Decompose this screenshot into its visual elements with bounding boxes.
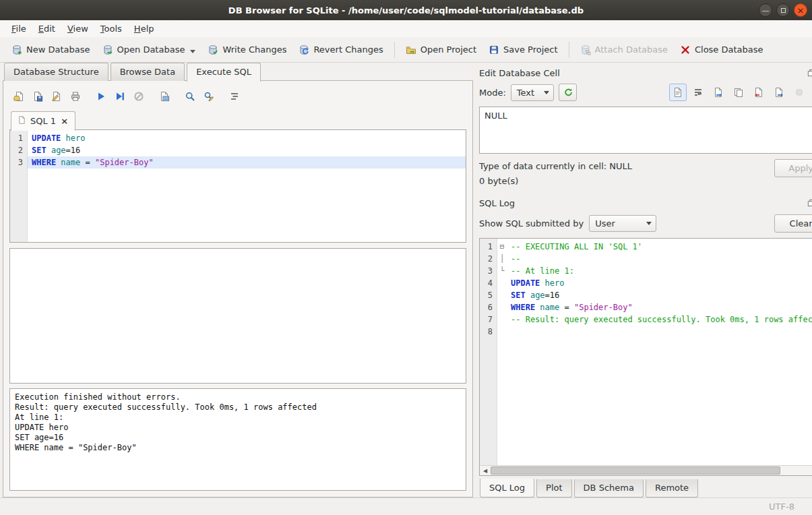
bottom-tab-plot[interactable]: Plot: [536, 479, 572, 497]
float-panel-icon[interactable]: [807, 199, 812, 208]
log-line-numbers: 12345678: [480, 239, 497, 465]
cell-type-text: Type of data currently in cell: NULL: [479, 159, 774, 174]
new-database-button[interactable]: New Database: [5, 40, 96, 59]
open-project-button[interactable]: Open Project: [400, 40, 482, 59]
scroll-left-icon[interactable]: ◀: [480, 466, 491, 475]
save-project-icon: [489, 44, 499, 55]
menu-edit[interactable]: Edit: [32, 22, 61, 36]
chevron-down-icon: [544, 91, 549, 94]
main-tab-bar: Database Structure Browse Data Execute S…: [3, 63, 473, 81]
auto-detect-mode-button[interactable]: [559, 84, 577, 101]
tab-database-structure[interactable]: Database Structure: [4, 63, 108, 81]
attach-database-icon: [580, 44, 591, 55]
edit-cell-dock-title: Edit Database Cell ×: [479, 65, 812, 80]
open-project-icon: [406, 44, 416, 55]
minimize-button[interactable]: —: [759, 3, 772, 17]
open-in-editor-icon[interactable]: [710, 84, 727, 101]
sql-document-tab-bar: SQL 1 ×: [9, 111, 466, 130]
execute-all-icon[interactable]: [92, 87, 111, 106]
mode-select[interactable]: Text: [511, 84, 554, 101]
log-horizontal-scrollbar[interactable]: ◀ ▶: [480, 465, 812, 475]
stop-icon: [129, 87, 148, 106]
cell-size-text: 0 byte(s): [479, 174, 774, 189]
bottom-tab-db-schema[interactable]: DB Schema: [574, 479, 644, 497]
encoding-indicator: UTF-8: [769, 502, 794, 512]
menu-file[interactable]: File: [5, 22, 32, 36]
menubar: File Edit View Tools Help: [0, 20, 812, 37]
menu-view[interactable]: View: [61, 22, 94, 36]
set-null-icon: [790, 84, 808, 101]
apply-button: Apply: [774, 159, 812, 177]
menu-help[interactable]: Help: [128, 22, 160, 36]
open-database-icon: [102, 44, 113, 55]
main-toolbar: New Database Open Database Write Changes…: [0, 37, 812, 63]
revert-changes-button[interactable]: Revert Changes: [292, 40, 389, 59]
execution-message-log[interactable]: Execution finished without errors. Resul…: [9, 388, 466, 491]
sql-log-title: SQL Log: [479, 198, 807, 208]
write-changes-icon: [208, 44, 218, 55]
toolbar-separator: [569, 42, 569, 58]
open-database-button[interactable]: Open Database: [96, 40, 202, 59]
find-icon[interactable]: [181, 87, 199, 106]
float-panel-icon[interactable]: [807, 69, 812, 78]
save-sql-file-icon[interactable]: [28, 87, 47, 106]
copy-cell-icon[interactable]: [730, 84, 747, 101]
editor-code[interactable]: UPDATE heroSET age=16WHERE name = "Spide…: [28, 130, 466, 242]
mode-select-value: Text: [517, 88, 544, 98]
right-dock: Edit Database Cell × Mode: Text: [474, 63, 812, 497]
bottom-tab-bar: SQL Log Plot DB Schema Remote: [479, 479, 812, 497]
main-area: Database Structure Browse Data Execute S…: [0, 63, 812, 497]
titlebar: DB Browser for SQLite - /home/user/code/…: [0, 0, 812, 20]
sql-log-view[interactable]: 12345678 ⊟│└ -- EXECUTING ALL IN 'SQL 1'…: [479, 238, 812, 476]
sql-editor[interactable]: 123 UPDATE heroSET age=16WHERE name = "S…: [9, 129, 466, 243]
print-icon[interactable]: [66, 87, 85, 106]
close-database-icon: [680, 44, 691, 55]
revert-changes-icon: [299, 44, 309, 55]
execute-sql-panel: SQL 1 × 123 UPDATE heroSET age=16WHERE n…: [3, 80, 473, 497]
find-replace-icon[interactable]: [199, 87, 218, 106]
cell-info-row: Type of data currently in cell: NULL 0 b…: [479, 159, 812, 189]
main-tabs-panel: Database Structure Browse Data Execute S…: [0, 63, 474, 497]
attach-database-button: Attach Database: [574, 40, 674, 59]
export-cell-icon[interactable]: [770, 84, 788, 101]
save-project-button[interactable]: Save Project: [482, 40, 564, 59]
log-filter-select[interactable]: User: [589, 215, 656, 232]
edit-cell-title: Edit Database Cell: [479, 68, 807, 78]
close-database-button[interactable]: Close Database: [674, 40, 770, 59]
open-sql-file-icon[interactable]: [9, 87, 28, 106]
toolbar-separator: [394, 42, 395, 58]
editor-line-numbers: 123: [10, 130, 28, 242]
bottom-tab-sql-log[interactable]: SQL Log: [480, 479, 534, 497]
log-code: -- EXECUTING ALL IN 'SQL 1'---- At line …: [507, 239, 812, 465]
save-sql-file-as-icon[interactable]: [47, 87, 66, 106]
scrollbar-thumb[interactable]: [491, 466, 780, 475]
new-database-icon: [11, 44, 22, 55]
window-title: DB Browser for SQLite - /home/user/code/…: [228, 5, 584, 16]
sql-document-tab[interactable]: SQL 1 ×: [11, 111, 75, 131]
sql-log-dock-title: SQL Log ×: [479, 195, 812, 210]
format-sql-icon[interactable]: [225, 87, 244, 106]
cell-editor[interactable]: NULL: [479, 107, 812, 154]
fold-margin[interactable]: ⊟│└: [497, 239, 507, 465]
results-grid[interactable]: [9, 248, 466, 384]
import-cell-icon[interactable]: [750, 84, 768, 101]
log-filter-value: User: [595, 218, 646, 229]
menu-tools[interactable]: Tools: [94, 22, 128, 36]
write-changes-button[interactable]: Write Changes: [201, 40, 292, 59]
open-database-dropdown-icon[interactable]: [190, 50, 195, 53]
maximize-button[interactable]: [776, 3, 790, 17]
chevron-down-icon: [646, 222, 652, 225]
clear-log-button[interactable]: Clear: [774, 214, 812, 233]
close-button[interactable]: ×: [794, 3, 807, 17]
execute-current-line-icon[interactable]: [111, 87, 129, 106]
close-sql-tab-icon[interactable]: ×: [60, 116, 69, 126]
bottom-tab-remote[interactable]: Remote: [646, 479, 698, 497]
tab-browse-data[interactable]: Browse Data: [111, 63, 185, 81]
edit-cell-toolbar: Mode: Text: [479, 84, 812, 101]
statusbar: UTF-8: [0, 497, 812, 515]
word-wrap-icon[interactable]: [689, 84, 707, 101]
export-csv-icon[interactable]: [155, 87, 174, 106]
sql-log-filter-row: Show SQL submitted by User Clear: [479, 214, 812, 233]
tab-execute-sql[interactable]: Execute SQL: [187, 63, 261, 82]
text-mode-icon[interactable]: [669, 84, 687, 101]
